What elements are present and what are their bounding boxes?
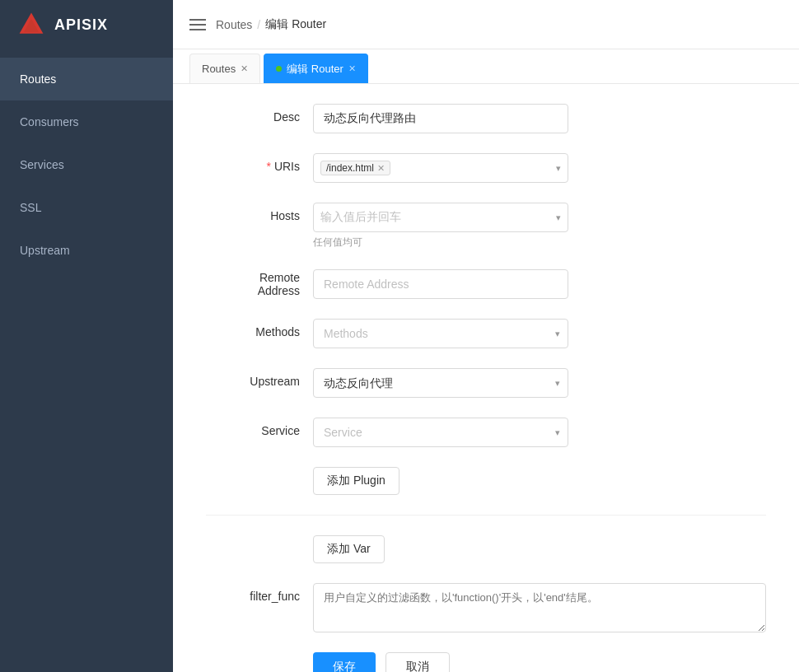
remote-address-label: Remote Address [206,269,313,299]
service-control: Service ▾ [313,418,568,447]
service-select[interactable]: Service [313,418,568,447]
methods-label: Methods [206,319,313,338]
breadcrumb-separator: / [257,18,260,31]
service-label: Service [206,418,313,437]
tab-edit-router[interactable]: 编辑 Router ✕ [264,54,368,83]
breadcrumb: Routes / 编辑 Router [216,17,326,32]
hosts-control: 输入值后并回车 ▾ 任何值均可 [313,203,568,250]
sidebar-item-consumers[interactable]: Consumers [0,100,173,143]
main-content: Routes / 编辑 Router Routes ✕ 编辑 Router ✕ … [173,0,799,672]
upstream-row: Upstream 动态反向代理 ▾ [206,368,766,398]
desc-row: Desc [206,104,766,133]
form-footer: 保存 取消 [206,652,766,672]
tab-edit-router-close[interactable]: ✕ [348,64,356,73]
tabs-bar: Routes ✕ 编辑 Router ✕ [173,49,799,84]
sidebar: APISIX Routes Consumers Services SSL Ups… [0,0,173,672]
remote-address-row: Remote Address [206,269,766,299]
uris-dropdown-arrow: ▾ [556,163,561,174]
tab-routes-close[interactable]: ✕ [241,64,248,73]
desc-input[interactable] [313,104,568,133]
apisix-logo-icon [16,10,46,40]
hosts-dropdown-arrow: ▾ [556,212,561,223]
tab-routes[interactable]: Routes ✕ [189,54,260,83]
sidebar-item-routes[interactable]: Routes [0,58,173,100]
filter-func-row: filter_func [206,583,766,632]
hosts-tags-input[interactable]: 输入值后并回车 ▾ [313,203,568,232]
desc-control [313,104,568,133]
uris-required-star: * [267,160,274,173]
add-plugin-row: 添加 Plugin [206,467,766,495]
header: Routes / 编辑 Router [173,0,799,49]
hosts-label: Hosts [206,203,313,222]
hosts-placeholder: 输入值后并回车 [320,210,401,225]
tab-active-dot [276,66,282,72]
hosts-select-wrapper: 输入值后并回车 ▾ [313,203,568,232]
uris-control: /index.html ✕ ▾ [313,153,568,183]
uris-tags-input[interactable]: /index.html ✕ ▾ [313,153,568,183]
sidebar-nav: Routes Consumers Services SSL Upstream [0,49,173,272]
methods-select[interactable]: Methods GET POST PUT DELETE [313,319,568,348]
upstream-label: Upstream [206,368,313,388]
breadcrumb-base[interactable]: Routes [216,18,252,31]
hosts-hint: 任何值均可 [313,236,568,250]
breadcrumb-current: 编辑 Router [265,17,326,32]
remote-address-control [313,269,568,299]
add-plugin-label-spacer [206,467,313,474]
add-var-row: 添加 Var [206,535,766,563]
logo: APISIX [0,0,173,49]
save-button[interactable]: 保存 [313,652,376,672]
service-select-wrapper: Service ▾ [313,418,568,447]
methods-select-wrapper: Methods GET POST PUT DELETE ▾ [313,319,568,348]
upstream-select[interactable]: 动态反向代理 [313,368,568,398]
filter-func-textarea[interactable] [313,583,766,632]
remote-address-input[interactable] [313,269,568,299]
filter-func-label: filter_func [206,583,313,603]
sidebar-item-services[interactable]: Services [0,143,173,186]
hosts-row: Hosts 输入值后并回车 ▾ 任何值均可 [206,203,766,250]
service-row: Service Service ▾ [206,418,766,447]
upstream-select-wrapper: 动态反向代理 ▾ [313,368,568,398]
uris-label: * URIs [206,153,313,173]
sidebar-item-upstream[interactable]: Upstream [0,229,173,272]
upstream-control: 动态反向代理 ▾ [313,368,568,398]
sidebar-item-ssl[interactable]: SSL [0,186,173,229]
logo-text: APISIX [54,16,108,34]
methods-row: Methods Methods GET POST PUT DELETE ▾ [206,319,766,348]
add-var-button[interactable]: 添加 Var [313,535,385,563]
hamburger-menu[interactable] [189,19,206,30]
uris-row: * URIs /index.html ✕ ▾ [206,153,766,183]
uri-tag-remove[interactable]: ✕ [377,163,385,174]
divider [206,515,766,516]
cancel-button[interactable]: 取消 [385,652,450,672]
form-area: Desc * URIs /index.html ✕ ▾ H [173,84,799,672]
desc-label: Desc [206,104,313,124]
add-plugin-button[interactable]: 添加 Plugin [313,467,400,495]
uri-tag: /index.html ✕ [320,161,390,175]
add-plugin-control: 添加 Plugin [313,467,568,495]
methods-control: Methods GET POST PUT DELETE ▾ [313,319,568,348]
